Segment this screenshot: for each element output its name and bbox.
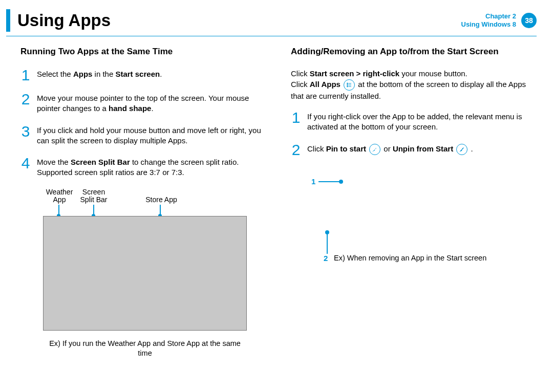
svg-point-4 [347, 86, 348, 87]
all-apps-icon [344, 79, 355, 91]
content-columns: Running Two Apps at the Same Time 1 Sele… [6, 47, 537, 358]
step-number: 1 [20, 68, 31, 82]
callout-1-number: 1 [311, 177, 315, 186]
step-number: 2 [291, 143, 301, 157]
document-page: Using Apps Chapter 2 Using Windows 8 38 … [0, 0, 553, 358]
pin-icon [369, 144, 380, 155]
chapter-line-1: Chapter 2 [461, 12, 517, 20]
chapter-line-2: Using Windows 8 [461, 20, 517, 29]
figure-caption: Ex) If you run the Weather App and Store… [43, 339, 247, 358]
left-section-title: Running Two Apps at the Same Time [20, 47, 266, 57]
label-weather-app: Weather App [43, 188, 76, 204]
svg-line-7 [460, 147, 464, 151]
step-number: 1 [291, 111, 301, 133]
figure-labels: Weather App Screen Split Bar Store App [20, 188, 266, 204]
connector-line [160, 205, 161, 216]
chapter-info: Chapter 2 Using Windows 8 [461, 12, 517, 28]
step-number: 2 [20, 92, 31, 114]
title-accent-bar [6, 9, 10, 32]
label-store-app: Store App [138, 196, 184, 204]
label-split-bar: Screen Split Bar [77, 188, 111, 204]
step-body: If you right-click over the App to be ad… [307, 111, 537, 133]
right-intro: Click Start screen > right-click your mo… [291, 68, 537, 101]
right-figure-caption: Ex) When removing an App in the Start sc… [334, 254, 486, 262]
connector-line [93, 205, 94, 216]
step-body: Move your mouse pointer to the top of th… [37, 92, 266, 114]
header-right: Chapter 2 Using Windows 8 38 [461, 12, 537, 28]
list-item: 1 Select the Apps in the Start screen. [20, 68, 266, 82]
right-step-list: 1 If you right-click over the App to be … [291, 111, 537, 157]
list-item: 2 Click Pin to start or Unpin from Start… [291, 143, 537, 157]
left-step-list: 1 Select the Apps in the Start screen. 2… [20, 68, 266, 178]
step-body: Move the Screen Split Bar to change the … [37, 156, 266, 178]
step-body: Click Pin to start or Unpin from Start . [307, 143, 473, 157]
screen-illustration [43, 216, 247, 331]
connector-line [58, 205, 59, 216]
header-divider [6, 36, 537, 36]
left-column: Running Two Apps at the Same Time 1 Sele… [20, 47, 266, 358]
svg-point-2 [347, 84, 348, 85]
list-item: 4 Move the Screen Split Bar to change th… [20, 156, 266, 178]
list-item: 1 If you right-click over the App to be … [291, 111, 537, 133]
page-header: Using Apps Chapter 2 Using Windows 8 38 [6, 9, 537, 32]
svg-line-6 [373, 151, 373, 151]
right-section-title: Adding/Removing an App to/from the Start… [291, 47, 537, 57]
callout-1-line [318, 181, 340, 182]
svg-point-0 [347, 83, 348, 84]
step-number: 3 [20, 124, 31, 146]
callout-2-line [327, 233, 328, 254]
title-wrap: Using Apps [6, 9, 111, 32]
figure-connectors [43, 205, 266, 216]
callout-1-dot [339, 180, 343, 184]
list-item: 3 If you click and hold your mouse butto… [20, 124, 266, 146]
page-number-badge: 38 [521, 13, 537, 28]
step-number: 4 [20, 156, 31, 178]
step-body: Select the Apps in the Start screen. [37, 68, 162, 82]
unpin-icon [456, 144, 467, 155]
page-title: Using Apps [17, 11, 111, 30]
right-callouts: 1 2 Ex) When removing an App in the Star… [311, 167, 537, 269]
list-item: 2 Move your mouse pointer to the top of … [20, 92, 266, 114]
callout-2-number: 2 [324, 254, 328, 263]
step-body: If you click and hold your mouse button … [37, 124, 266, 146]
right-column: Adding/Removing an App to/from the Start… [291, 47, 537, 358]
split-screen-figure: Weather App Screen Split Bar Store App E… [20, 188, 266, 358]
